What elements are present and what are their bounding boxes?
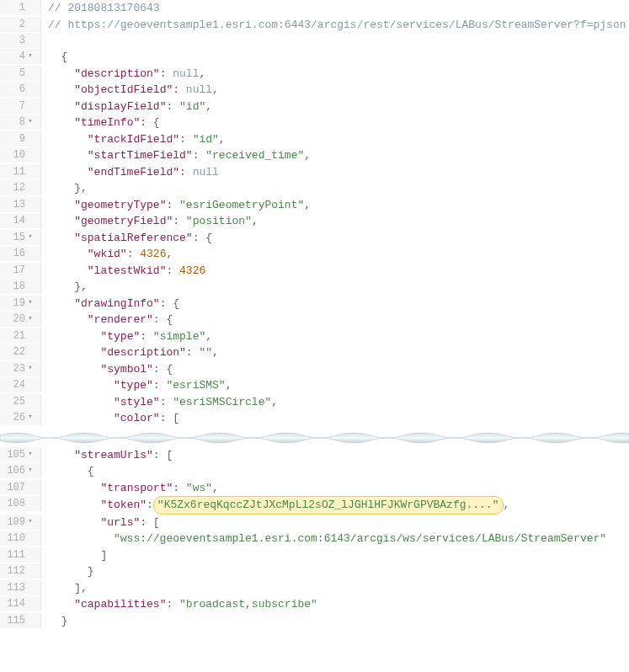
code-line[interactable]: 26▾ "color": [ — [0, 410, 629, 427]
code-content[interactable]: } — [41, 613, 629, 630]
fold-toggle-icon[interactable]: ▾ — [25, 116, 35, 128]
code-line[interactable]: 20▾ "renderer": { — [0, 312, 629, 328]
gutter: 105▾ — [0, 447, 41, 462]
code-content[interactable]: "startTimeField": "received_time", — [41, 147, 629, 164]
code-content[interactable]: "symbol": { — [41, 361, 629, 378]
code-line[interactable]: 8▾ "timeInfo": { — [0, 115, 629, 131]
code-content[interactable]: }, — [41, 180, 629, 197]
code-content[interactable]: "color": [ — [41, 410, 629, 427]
code-line[interactable]: 111 ] — [0, 547, 629, 564]
fold-toggle-icon[interactable]: ▾ — [25, 465, 35, 477]
code-line[interactable]: 110 "wss://geoeventsample1.esri.com:6143… — [0, 531, 629, 547]
code-content[interactable]: "renderer": { — [41, 312, 629, 328]
code-line[interactable]: 113 ], — [0, 580, 629, 597]
gutter: 9 — [0, 131, 41, 147]
code-content[interactable]: "description": "", — [41, 344, 629, 361]
code-line[interactable]: 2// https://geoeventsample1.esri.com:644… — [0, 17, 629, 34]
code-content[interactable]: "type": "esriSMS", — [41, 377, 629, 394]
code-line[interactable]: 106▾ { — [0, 463, 629, 480]
token: , — [199, 67, 205, 80]
token: "id" — [193, 133, 219, 146]
gutter: 11 — [0, 164, 41, 179]
code-content[interactable]: "spatialReference": { — [41, 230, 629, 247]
code-content[interactable]: { — [41, 463, 629, 480]
line-number: 3 — [3, 33, 25, 48]
code-line[interactable]: 109▾ "urls": [ — [0, 515, 629, 531]
code-content[interactable]: "endTimeField": null — [41, 164, 629, 181]
token: "id" — [179, 100, 205, 113]
code-content[interactable]: "style": "esriSMSCircle", — [41, 394, 629, 411]
fold-toggle-icon[interactable]: ▾ — [25, 412, 35, 424]
code-content[interactable]: "description": null, — [41, 66, 629, 83]
code-content[interactable]: ] — [41, 547, 629, 564]
code-content[interactable]: "wss://geoeventsample1.esri.com:6143/arc… — [41, 531, 629, 547]
fold-toggle-icon[interactable]: ▾ — [25, 363, 35, 375]
code-line[interactable]: 23▾ "symbol": { — [0, 361, 629, 378]
code-line[interactable]: 108 "token":"K5Zx6reqKqccZJtJXcMpLl2sOZ_… — [0, 496, 629, 515]
code-line[interactable]: 16 "wkid": 4326, — [0, 246, 629, 263]
code-content[interactable]: "latestWkid": 4326 — [41, 263, 629, 280]
code-line[interactable]: 3 — [0, 33, 629, 49]
token: "displayField" — [74, 100, 166, 113]
code-line[interactable]: 10 "startTimeField": "received_time", — [0, 147, 629, 164]
code-content[interactable]: // https://geoeventsample1.esri.com:6443… — [41, 17, 629, 34]
code-content[interactable]: } — [41, 563, 629, 580]
code-line[interactable]: 19▾ "drawingInfo": { — [0, 296, 629, 312]
code-content[interactable]: ], — [41, 580, 629, 597]
code-line[interactable]: 25 "style": "esriSMSCircle", — [0, 394, 629, 411]
code-line[interactable]: 114 "capabilities": "broadcast,subscribe… — [0, 596, 629, 613]
code-line[interactable]: 12 }, — [0, 180, 629, 197]
code-content[interactable]: "timeInfo": { — [41, 115, 629, 131]
fold-toggle-icon[interactable]: ▾ — [25, 51, 35, 62]
code-line[interactable]: 21 "type": "simple", — [0, 328, 629, 345]
code-content[interactable]: // 20180813170643 — [41, 0, 629, 17]
code-line[interactable]: 6 "objectIdField": null, — [0, 82, 629, 99]
token: "timeInfo" — [74, 116, 140, 129]
fold-toggle-icon[interactable]: ▾ — [25, 232, 35, 243]
code-content[interactable]: "drawingInfo": { — [41, 296, 629, 312]
code-content[interactable]: "trackIdField": "id", — [41, 131, 629, 148]
code-line[interactable]: 13 "geometryType": "esriGeometryPoint", — [0, 197, 629, 214]
code-content[interactable]: "geometryField": "position", — [41, 213, 629, 230]
code-content[interactable]: }, — [41, 279, 629, 296]
code-line[interactable]: 1// 20180813170643 — [0, 0, 629, 17]
code-content[interactable]: "capabilities": "broadcast,subscribe" — [41, 596, 629, 613]
code-editor[interactable]: 1// 201808131706432// https://geoeventsa… — [0, 0, 629, 629]
code-line[interactable]: 5 "description": null, — [0, 66, 629, 83]
token: "type" — [100, 330, 140, 343]
line-number: 26 — [3, 410, 25, 425]
gutter: 18 — [0, 279, 41, 294]
line-number: 7 — [3, 99, 25, 114]
code-line[interactable]: 15▾ "spatialReference": { — [0, 230, 629, 247]
code-line[interactable]: 9 "trackIdField": "id", — [0, 131, 629, 148]
fold-toggle-icon[interactable]: ▾ — [25, 297, 35, 309]
code-content[interactable]: "objectIdField": null, — [41, 82, 629, 99]
code-line[interactable]: 17 "latestWkid": 4326 — [0, 263, 629, 280]
fold-toggle-icon[interactable]: ▾ — [25, 449, 35, 461]
line-number: 24 — [3, 377, 25, 392]
code-line[interactable]: 112 } — [0, 563, 629, 580]
code-line[interactable]: 11 "endTimeField": null — [0, 164, 629, 181]
code-content[interactable]: "type": "simple", — [41, 328, 629, 345]
code-line[interactable]: 115 } — [0, 613, 629, 630]
fold-toggle-icon[interactable]: ▾ — [25, 516, 35, 528]
code-content[interactable]: "urls": [ — [41, 515, 629, 531]
token: "symbol" — [100, 363, 152, 376]
code-line[interactable]: 107 "transport": "ws", — [0, 480, 629, 497]
code-content[interactable]: "wkid": 4326, — [41, 246, 629, 263]
token: "spatialReference" — [74, 232, 192, 244]
code-content[interactable]: "transport": "ws", — [41, 480, 629, 497]
code-line[interactable]: 14 "geometryField": "position", — [0, 213, 629, 230]
code-line[interactable]: 18 }, — [0, 279, 629, 296]
code-line[interactable]: 7 "displayField": "id", — [0, 99, 629, 115]
code-line[interactable]: 4▾ { — [0, 49, 629, 66]
code-line[interactable]: 22 "description": "", — [0, 344, 629, 361]
code-content[interactable]: "token":"K5Zx6reqKqccZJtJXcMpLl2sOZ_lJGH… — [41, 496, 629, 515]
code-content[interactable]: { — [41, 49, 629, 66]
code-content[interactable]: "geometryType": "esriGeometryPoint", — [41, 197, 629, 214]
code-line[interactable]: 24 "type": "esriSMS", — [0, 377, 629, 394]
fold-toggle-icon[interactable]: ▾ — [25, 313, 35, 325]
code-content[interactable]: "displayField": "id", — [41, 99, 629, 115]
code-content[interactable]: "streamUrls": [ — [41, 447, 629, 464]
code-line[interactable]: 105▾ "streamUrls": [ — [0, 447, 629, 464]
